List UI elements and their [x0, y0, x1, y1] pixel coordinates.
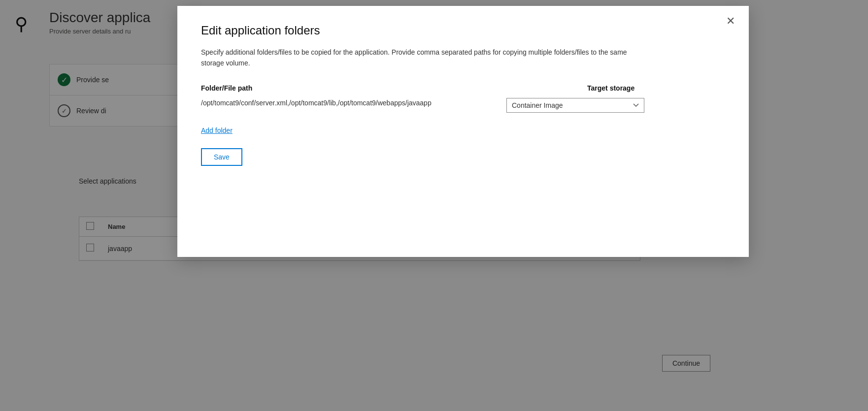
close-button[interactable]: ✕: [726, 16, 735, 27]
folder-entry-row: /opt/tomcat9/conf/server.xml,/opt/tomcat…: [201, 98, 725, 113]
edit-folders-dialog: Edit application folders ✕ Specify addit…: [177, 6, 749, 257]
save-button[interactable]: Save: [201, 148, 242, 166]
modal-description: Specify additional folders/files to be c…: [201, 47, 644, 68]
target-storage-select[interactable]: Container Image Azure Files Azure Disk: [506, 98, 644, 113]
modal-title: Edit application folders: [201, 24, 725, 37]
folder-path-value: /opt/tomcat9/conf/server.xml,/opt/tomcat…: [201, 98, 487, 108]
add-folder-link[interactable]: Add folder: [201, 126, 233, 134]
target-storage-selector: Container Image Azure Files Azure Disk: [506, 98, 644, 113]
folder-path-column-label: Folder/File path: [201, 84, 568, 98]
target-storage-column-label: Target storage: [587, 84, 725, 98]
column-headers: Folder/File path Target storage: [201, 84, 725, 98]
